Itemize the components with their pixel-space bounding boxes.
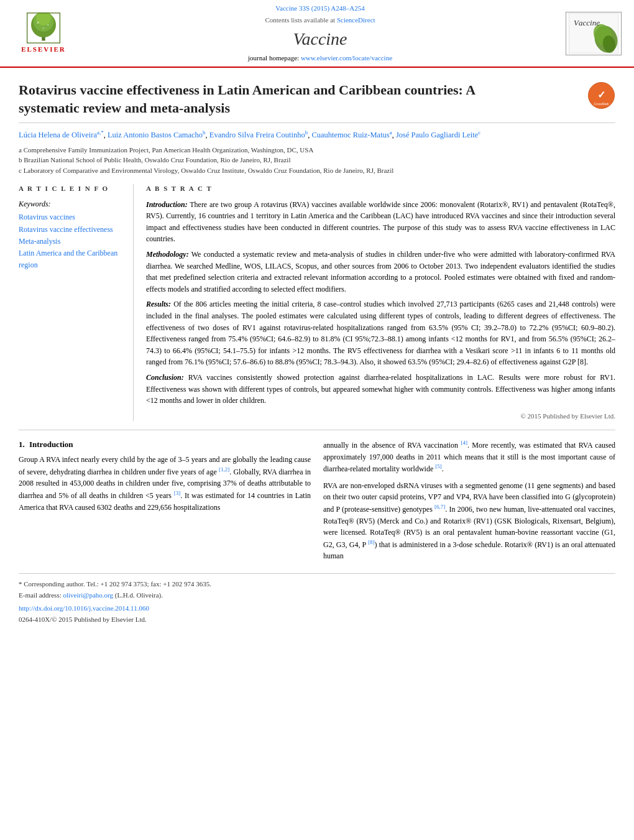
keywords-label: Keywords: <box>19 199 124 210</box>
contents-line: Contents lists available at ScienceDirec… <box>75 16 566 25</box>
results-label: Results: <box>146 300 171 308</box>
article-info-title: A R T I C L E I N F O <box>19 184 124 193</box>
keyword-1[interactable]: Rotavirus vaccines <box>19 211 124 223</box>
section1-para3: RVA are non-enveloped dsRNA viruses with… <box>323 480 615 562</box>
issn-line: 0264-410X/© 2015 Published by Elsevier L… <box>19 614 615 625</box>
ref-6-7[interactable]: [6,7] <box>434 504 445 510</box>
svg-point-4 <box>37 22 39 24</box>
intro-label: Introduction: <box>146 200 188 209</box>
methodology-text: We conducted a systematic review and met… <box>146 250 615 293</box>
ref-1-2[interactable]: [1,2] <box>219 466 229 473</box>
ref-4[interactable]: [4] <box>461 440 467 446</box>
elsevier-brand-text: ELSEVIER <box>21 45 66 54</box>
author2-name[interactable]: Luiz Antonio Bastos Camacho <box>108 131 203 139</box>
sciencedirect-link[interactable]: ScienceDirect <box>337 16 375 24</box>
doi-link[interactable]: http://dx.doi.org/10.1016/j.vaccine.2014… <box>19 604 149 612</box>
article-title-section: Rotavirus vaccine effectiveness in Latin… <box>19 81 615 122</box>
main-content: Rotavirus vaccine effectiveness in Latin… <box>0 68 634 637</box>
intro-text: There are two group A rotavirus (RVA) va… <box>146 200 615 244</box>
abstract-introduction: Introduction: There are two group A rota… <box>146 199 615 245</box>
ref-8[interactable]: [8] <box>368 539 375 545</box>
journal-center: Vaccine 33S (2015) A248–A254 Contents li… <box>75 4 566 63</box>
journal-header: ELSEVIER Vaccine 33S (2015) A248–A254 Co… <box>0 0 634 68</box>
footer-section: * Corresponding author. Tel.: +1 202 974… <box>19 573 615 625</box>
keyword-2[interactable]: Rotavirus vaccine effectiveness <box>19 224 124 236</box>
author4-name[interactable]: Cuauhtemoc Ruiz-Matus <box>311 131 389 139</box>
section1-para2: annually in the absence of RVA vaccinati… <box>323 439 615 475</box>
ref-3[interactable]: [3] <box>174 490 181 496</box>
affiliations: a Comprehensive Family Immunization Proj… <box>19 145 615 176</box>
svg-text:accine: accine <box>579 18 600 27</box>
section1-heading: 1. Introduction <box>19 439 311 450</box>
author5-name[interactable]: José Paulo Gagliardi Leite <box>396 131 478 139</box>
crossmark-icon[interactable]: ✓ CrossMark <box>587 81 615 109</box>
svg-point-5 <box>47 24 49 26</box>
corresponding-author: * Corresponding author. Tel.: +1 202 974… <box>19 579 615 590</box>
abstract-results: Results: Of the 806 articles meeting the… <box>146 298 615 368</box>
conclusion-text: RVA vaccines consistently showed protect… <box>146 373 615 405</box>
body-col-left: 1. Introduction Group A RVA infect nearl… <box>19 439 311 567</box>
article-title: Rotavirus vaccine effectiveness in Latin… <box>19 81 528 117</box>
keyword-4[interactable]: Latin America and the Caribbean region <box>19 247 124 271</box>
svg-point-6 <box>43 27 45 29</box>
article-info-column: A R T I C L E I N F O Keywords: Rotaviru… <box>19 184 134 421</box>
section1-para1: Group A RVA infect nearly every child by… <box>19 454 311 513</box>
vaccine-logo-icon: V accine <box>569 13 618 53</box>
keyword-3[interactable]: Meta-analysis <box>19 236 124 247</box>
ref-5[interactable]: [5] <box>435 463 442 469</box>
section-divider-1 <box>19 430 615 430</box>
article-info-abstract: A R T I C L E I N F O Keywords: Rotaviru… <box>19 184 615 421</box>
abstract-conclusion: Conclusion: RVA vaccines consistently sh… <box>146 372 615 407</box>
email-line: E-mail address: oliveiri@paho.org (L.H.d… <box>19 590 615 601</box>
affiliation-a: a Comprehensive Family Immunization Proj… <box>19 145 615 155</box>
affiliation-b: b Brazilian National School of Public He… <box>19 155 615 165</box>
vaccine-logo-box: V accine <box>566 12 622 55</box>
results-text: Of the 806 articles meeting the initial … <box>146 300 615 366</box>
copyright-line: © 2015 Published by Elsevier Ltd. <box>146 412 615 421</box>
author5-sup: c <box>478 129 480 136</box>
elsevier-logo: ELSEVIER <box>12 12 75 54</box>
journal-homepage: journal homepage: www.elsevier.com/locat… <box>75 53 566 63</box>
elsevier-tree-icon <box>25 12 62 44</box>
email-link[interactable]: oliveiri@paho.org <box>63 591 113 599</box>
body-section: 1. Introduction Group A RVA infect nearl… <box>19 439 615 567</box>
section1-number: 1. <box>19 440 25 449</box>
abstract-column: A B S T R A C T Introduction: There are … <box>146 184 615 421</box>
abstract-title: A B S T R A C T <box>146 184 615 193</box>
svg-text:✓: ✓ <box>597 90 605 100</box>
authors-section: Lúcia Helena de Oliveiraa,*, Luiz Antoni… <box>19 128 615 141</box>
author4-sup: a <box>390 129 392 136</box>
homepage-link[interactable]: www.elsevier.com/locate/vaccine <box>301 54 392 62</box>
abstract-methodology: Methodology: We conducted a systematic r… <box>146 249 615 295</box>
svg-text:CrossMark: CrossMark <box>594 102 609 106</box>
conclusion-label: Conclusion: <box>146 373 184 382</box>
affiliation-c: c Laboratory of Comparative and Environm… <box>19 165 615 176</box>
author2-sup: b <box>203 129 206 136</box>
author3-sup: b <box>305 129 308 136</box>
methodology-label: Methodology: <box>146 250 189 259</box>
section1-title: Introduction <box>29 440 73 449</box>
author3-name[interactable]: Evandro Silva Freira Coutinho <box>209 131 305 139</box>
body-col-right: annually in the absence of RVA vaccinati… <box>323 439 615 567</box>
journal-name: Vaccine <box>75 27 566 51</box>
journal-doi: Vaccine 33S (2015) A248–A254 <box>75 4 566 13</box>
author1-name[interactable]: Lúcia Helena de Oliveira <box>19 131 97 139</box>
author1-sup: a,* <box>97 129 104 136</box>
